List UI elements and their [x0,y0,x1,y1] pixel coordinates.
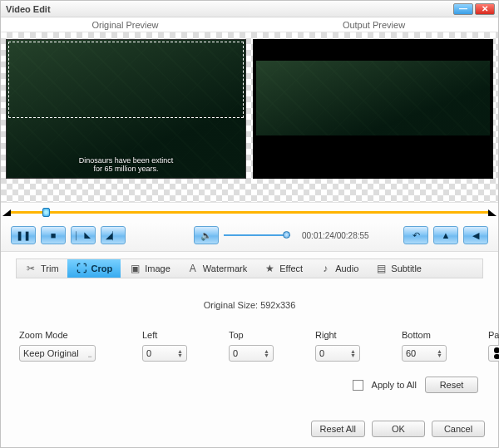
tab-label: Trim [41,263,59,273]
top-spinner[interactable]: 0 ▲▼ [229,345,274,362]
top-value: 0 [233,348,238,358]
video-edit-window: Video Edit — ✕ Original Preview Output P… [0,0,499,448]
note-icon: ♪ [319,263,331,274]
video-subtitle: Dinosaurs have been extinct for 65 milli… [7,156,245,173]
bottom-spinner[interactable]: 60 ▲▼ [402,345,447,362]
bottom-value: 60 [406,348,416,358]
flip-horizontal-button[interactable]: ▲ [433,226,458,244]
undo-icon: ↶ [413,230,420,241]
tab-crop[interactable]: ⛶ Crop [67,259,121,278]
flip-h-icon: ▲ [442,230,451,240]
crop-panel: Original Size: 592x336 Zoom Mode Left To… [1,278,498,412]
crop-controls-grid: Zoom Mode Left Top Right Bottom Pad Colo… [19,330,480,362]
timeline[interactable] [1,203,498,223]
flag-right-icon: ◢⎸ [106,230,121,241]
bottom-label: Bottom [402,330,455,340]
tab-label: Image [145,263,170,273]
star-icon: ★ [264,263,275,274]
output-preview-pane [250,32,498,202]
playback-controls: ❚❚ ■ ⎸◣ ◢⎸ 🔈 00:01:24/00:28:55 ↶ ▲ ◀ [1,223,498,252]
zoom-mode-value: Keep Original [23,348,79,358]
padcolor-label: Pad Color [488,330,499,340]
flag-left-icon: ⎸◣ [76,230,91,241]
volume-handle[interactable] [283,231,290,239]
edit-tabs: ✂ Trim ⛶ Crop ▣ Image A Watermark ★ Effe… [16,258,483,278]
stop-icon: ■ [51,230,57,240]
dialog-buttons: Reset All OK Cancel [1,412,498,447]
speaker-icon: 🔈 [200,230,212,241]
undo-button[interactable]: ↶ [403,226,428,244]
tab-label: Audio [335,263,358,273]
tab-subtitle[interactable]: ▤ Subtitle [367,259,430,278]
timecode: 00:01:24/00:28:55 [302,231,369,240]
output-preview-label: Output Preview [250,20,498,30]
pause-button[interactable]: ❚❚ [11,226,36,244]
titlebar: Video Edit — ✕ [1,1,498,17]
text-icon: A [187,263,199,274]
top-label: Top [229,330,282,340]
output-video [256,61,490,135]
cancel-button[interactable]: Cancel [432,421,485,437]
image-icon: ▣ [129,263,141,274]
tab-image[interactable]: ▣ Image [121,259,179,278]
left-label: Left [142,330,195,340]
apply-to-all-checkbox[interactable] [353,380,363,391]
right-value: 0 [319,348,324,358]
spinner-arrows-icon[interactable]: ▲▼ [437,349,442,357]
ok-button[interactable]: OK [372,421,425,437]
stop-button[interactable]: ■ [41,226,66,244]
spinner-arrows-icon[interactable]: ▲▼ [264,349,269,357]
reset-crop-button[interactable]: Reset [425,377,478,393]
tab-label: Watermark [203,263,247,273]
output-letterbox [253,39,493,179]
close-button[interactable]: ✕ [475,3,495,15]
padcolor-button[interactable] [488,345,499,362]
original-preview-pane[interactable]: Dinosaurs have been extinct for 65 milli… [1,32,250,202]
tab-label: Effect [279,263,303,273]
tab-trim[interactable]: ✂ Trim [17,259,67,278]
right-label: Right [315,330,368,340]
volume-slider[interactable] [224,234,290,236]
chevron-combo-icon: ⎯ [88,351,91,357]
crop-icon: ⛶ [76,263,87,274]
window-title: Video Edit [6,4,452,14]
set-start-button[interactable]: ⎸◣ [71,226,96,244]
original-preview-label: Original Preview [1,20,250,30]
tab-effect[interactable]: ★ Effect [255,259,311,278]
minimize-button[interactable]: — [453,3,473,15]
flip-v-icon: ◀ [472,230,479,241]
left-value: 0 [146,348,151,358]
preview-labels: Original Preview Output Preview [1,17,498,32]
spinner-arrows-icon[interactable]: ▲▼ [350,349,356,357]
tab-label: Subtitle [391,263,422,273]
set-end-button[interactable]: ◢⎸ [101,226,126,244]
right-spinner[interactable]: 0 ▲▼ [315,345,360,362]
previews-container: Dinosaurs have been extinct for 65 milli… [1,32,498,203]
tab-audio[interactable]: ♪ Audio [311,259,367,278]
original-size-label: Original Size: 592x336 [19,300,480,310]
pause-icon: ❚❚ [16,230,31,241]
reset-all-button[interactable]: Reset All [311,421,365,437]
flip-vertical-button[interactable]: ◀ [463,226,488,244]
spinner-arrows-icon[interactable]: ▲▼ [177,349,183,357]
left-spinner[interactable]: 0 ▲▼ [142,345,187,362]
zoom-mode-label: Zoom Mode [19,330,109,340]
zoom-mode-select[interactable]: Keep Original ⎯ [19,345,96,362]
tab-label: Crop [91,263,113,273]
timeline-playhead[interactable] [42,208,50,217]
apply-to-all-label: Apply to All [372,380,417,390]
padcolor-swatch-icon [494,347,499,359]
cc-icon: ▤ [375,263,387,274]
tab-watermark[interactable]: A Watermark [179,259,255,278]
volume-button[interactable]: 🔈 [194,226,219,244]
timeline-track[interactable] [11,211,488,214]
original-video-crop-handles[interactable]: Dinosaurs have been extinct for 65 milli… [6,39,246,179]
apply-row: Apply to All Reset [19,377,480,393]
scissors-icon: ✂ [25,263,37,274]
